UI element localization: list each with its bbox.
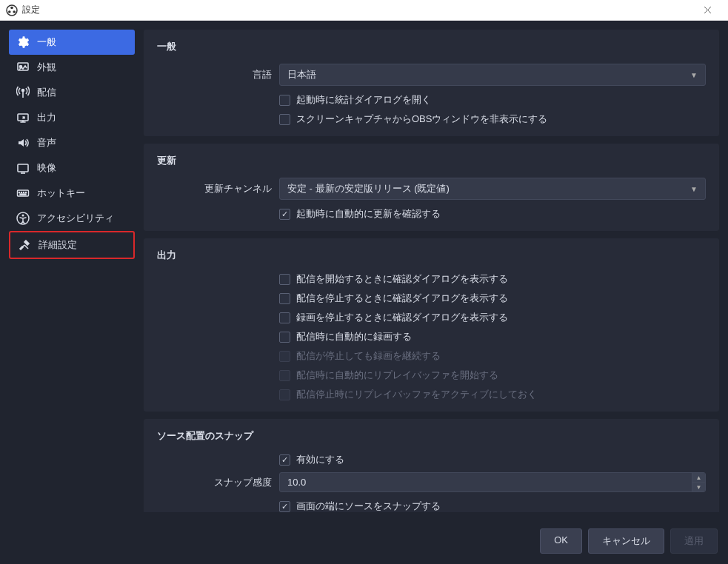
checkbox-keep-replay-active-on-stop bbox=[279, 389, 290, 400]
select-value: 日本語 bbox=[287, 68, 316, 81]
sidebar-item-label: 音声 bbox=[37, 136, 56, 150]
svg-point-3 bbox=[13, 10, 16, 13]
svg-point-1 bbox=[10, 6, 13, 9]
checkbox-label[interactable]: 配信時に自動的に録画する bbox=[296, 330, 412, 343]
sidebar-item-accessibility[interactable]: アクセシビリティ bbox=[9, 206, 135, 231]
sidebar-item-label: 外観 bbox=[37, 61, 56, 74]
keyboard-icon bbox=[16, 187, 30, 200]
checkbox-keep-record-on-stream-stop bbox=[279, 351, 290, 362]
accessibility-icon bbox=[16, 212, 30, 225]
language-select[interactable]: 日本語 ▼ bbox=[279, 64, 706, 86]
checkbox-hide-obs-from-capture[interactable] bbox=[279, 114, 290, 125]
section-general: 一般 言語 日本語 ▼ 起動時に統計ダイアログを開く bbox=[144, 30, 719, 136]
section-update: 更新 更新チャンネル 安定 - 最新の安定版リリース (既定値) ▼ 起動時に自… bbox=[144, 144, 719, 231]
sidebar-item-audio[interactable]: 音声 bbox=[9, 130, 135, 155]
section-title: 一般 bbox=[157, 40, 706, 53]
chevron-down-icon: ▼ bbox=[690, 71, 698, 79]
checkbox-label[interactable]: 録画を停止するときに確認ダイアログを表示する bbox=[296, 311, 508, 324]
svg-point-2 bbox=[8, 10, 11, 13]
audio-icon bbox=[16, 136, 30, 150]
checkbox-label[interactable]: 配信を停止するときに確認ダイアログを表示する bbox=[296, 292, 508, 305]
svg-point-13 bbox=[21, 192, 21, 192]
sidebar: 一般 外観 配信 出力 音声 映像 bbox=[9, 30, 135, 512]
sidebar-item-hotkeys[interactable]: ホットキー bbox=[9, 181, 135, 206]
svg-point-18 bbox=[22, 215, 24, 217]
language-label: 言語 bbox=[157, 68, 272, 81]
checkbox-label[interactable]: スクリーンキャプチャからOBSウィンドウを非表示にする bbox=[296, 113, 547, 126]
select-value: 安定 - 最新の安定版リリース (既定値) bbox=[287, 182, 450, 195]
antenna-icon bbox=[16, 86, 30, 99]
update-channel-select[interactable]: 安定 - 最新の安定版リリース (既定値) ▼ bbox=[279, 178, 706, 200]
appearance-icon bbox=[16, 61, 30, 74]
spinbox-up-button[interactable]: ▲ bbox=[692, 473, 705, 483]
svg-rect-16 bbox=[20, 194, 26, 195]
sidebar-item-label: 一般 bbox=[37, 36, 56, 49]
sidebar-item-general[interactable]: 一般 bbox=[9, 30, 135, 55]
chevron-down-icon: ▼ bbox=[690, 185, 698, 193]
checkbox-confirm-stream-stop[interactable] bbox=[279, 293, 290, 304]
checkbox-label: 配信停止時にリプレイバッファをアクティブにしておく bbox=[296, 388, 537, 401]
sidebar-item-label: 配信 bbox=[37, 86, 56, 99]
checkbox-label[interactable]: 起動時に自動的に更新を確認する bbox=[296, 207, 441, 221]
sidebar-item-label: 映像 bbox=[37, 161, 56, 175]
svg-point-12 bbox=[19, 192, 19, 192]
sidebar-item-label: 出力 bbox=[37, 111, 56, 124]
section-title: 出力 bbox=[157, 249, 706, 262]
checkbox-stats-on-startup[interactable] bbox=[279, 95, 290, 106]
gear-icon bbox=[16, 36, 30, 49]
section-output: 出力 配信を開始するときに確認ダイアログを表示する 配信を停止するときに確認ダイ… bbox=[144, 238, 719, 412]
output-icon bbox=[16, 111, 30, 124]
titlebar: 設定 bbox=[0, 0, 728, 21]
footer: OK キャンセル 適用 bbox=[0, 521, 728, 564]
svg-rect-10 bbox=[18, 164, 28, 172]
spinbox-value[interactable]: 10.0 bbox=[280, 473, 692, 491]
checkbox-label: 配信時に自動的にリプレイバッファを開始する bbox=[296, 369, 498, 382]
checkbox-label[interactable]: 起動時に統計ダイアログを開く bbox=[296, 93, 431, 107]
close-icon bbox=[704, 6, 712, 14]
checkbox-confirm-stream-start[interactable] bbox=[279, 274, 290, 285]
sidebar-item-advanced[interactable]: 詳細設定 bbox=[9, 231, 135, 259]
snap-sensitivity-spinbox[interactable]: 10.0 ▲ ▼ bbox=[279, 472, 706, 492]
sidebar-item-stream[interactable]: 配信 bbox=[9, 80, 135, 105]
checkbox-snapping-enable[interactable] bbox=[279, 454, 290, 466]
update-channel-label: 更新チャンネル bbox=[157, 182, 272, 195]
snap-sensitivity-label: スナップ感度 bbox=[157, 476, 272, 489]
checkbox-label[interactable]: 有効にする bbox=[296, 453, 344, 466]
app-icon bbox=[6, 4, 18, 16]
sidebar-item-label: アクセシビリティ bbox=[37, 212, 114, 225]
main-panel: 一般 言語 日本語 ▼ 起動時に統計ダイアログを開く bbox=[144, 30, 719, 512]
sidebar-item-appearance[interactable]: 外観 bbox=[9, 55, 135, 80]
sidebar-item-output[interactable]: 出力 bbox=[9, 105, 135, 130]
checkbox-check-updates-on-startup[interactable] bbox=[279, 209, 290, 220]
section-title: ソース配置のスナップ bbox=[157, 429, 706, 443]
sidebar-item-video[interactable]: 映像 bbox=[9, 155, 135, 181]
section-title: 更新 bbox=[157, 154, 706, 167]
checkbox-auto-replay-on-stream bbox=[279, 370, 290, 381]
video-icon bbox=[16, 161, 30, 175]
checkbox-snap-screen-edge[interactable] bbox=[279, 501, 290, 512]
sidebar-item-label: ホットキー bbox=[37, 187, 85, 200]
checkbox-auto-record-on-stream[interactable] bbox=[279, 332, 290, 343]
svg-point-15 bbox=[25, 192, 26, 192]
close-button[interactable] bbox=[692, 0, 722, 21]
spinbox-down-button[interactable]: ▼ bbox=[692, 483, 705, 491]
tools-icon bbox=[18, 238, 31, 252]
cancel-button[interactable]: キャンセル bbox=[588, 528, 664, 554]
checkbox-label: 配信が停止しても録画を継続する bbox=[296, 349, 441, 363]
window-title: 設定 bbox=[22, 4, 692, 16]
svg-point-14 bbox=[23, 192, 24, 192]
checkbox-label[interactable]: 画面の端にソースをスナップする bbox=[296, 500, 441, 512]
apply-button: 適用 bbox=[670, 528, 718, 554]
section-snapping: ソース配置のスナップ 有効にする スナップ感度 10.0 ▲ ▼ bbox=[144, 419, 719, 512]
sidebar-item-label: 詳細設定 bbox=[39, 238, 77, 252]
checkbox-label[interactable]: 配信を開始するときに確認ダイアログを表示する bbox=[296, 272, 508, 286]
ok-button[interactable]: OK bbox=[540, 528, 582, 554]
checkbox-confirm-record-stop[interactable] bbox=[279, 312, 290, 323]
